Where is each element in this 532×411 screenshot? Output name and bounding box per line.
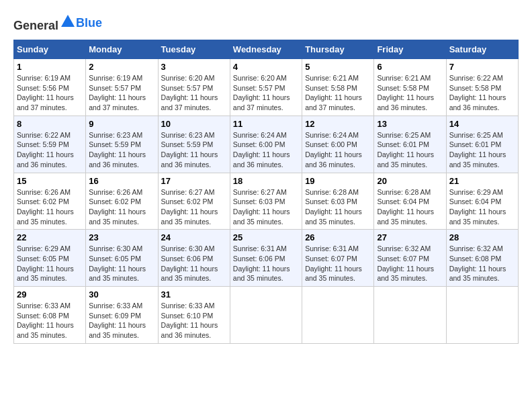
day-info: Sunrise: 6:19 AMSunset: 5:56 PMDaylight:…: [17, 73, 83, 113]
calendar-cell: 15 Sunrise: 6:26 AMSunset: 6:02 PMDaylig…: [14, 173, 86, 230]
day-number: 11: [233, 119, 299, 129]
day-info: Sunrise: 6:29 AMSunset: 6:04 PMDaylight:…: [449, 187, 515, 227]
calendar-cell: 31 Sunrise: 6:33 AMSunset: 6:10 PMDaylig…: [158, 287, 230, 344]
day-number: 21: [449, 176, 515, 186]
day-number: 30: [89, 289, 154, 300]
weekday-wednesday: Wednesday: [230, 40, 302, 59]
day-number: 25: [233, 232, 299, 242]
week-row-1: 1 Sunrise: 6:19 AMSunset: 5:56 PMDayligh…: [14, 59, 519, 116]
day-number: 12: [305, 119, 371, 129]
day-info: Sunrise: 6:20 AMSunset: 5:57 PMDaylight:…: [233, 73, 299, 113]
day-info: Sunrise: 6:31 AMSunset: 6:06 PMDaylight:…: [233, 244, 299, 283]
day-info: Sunrise: 6:32 AMSunset: 6:07 PMDaylight:…: [377, 244, 443, 283]
day-info: Sunrise: 6:22 AMSunset: 5:59 PMDaylight:…: [17, 130, 83, 170]
day-info: Sunrise: 6:24 AMSunset: 6:00 PMDaylight:…: [233, 130, 299, 170]
day-info: Sunrise: 6:19 AMSunset: 5:57 PMDaylight:…: [89, 73, 154, 113]
calendar-cell: 3 Sunrise: 6:20 AMSunset: 5:57 PMDayligh…: [158, 59, 230, 116]
day-number: 9: [89, 119, 154, 129]
day-number: 6: [377, 62, 443, 72]
weekday-thursday: Thursday: [302, 40, 374, 59]
logo-general: General: [13, 19, 58, 32]
day-info: Sunrise: 6:26 AMSunset: 6:02 PMDaylight:…: [17, 187, 83, 227]
calendar-cell: 5 Sunrise: 6:21 AMSunset: 5:58 PMDayligh…: [302, 59, 374, 116]
calendar-cell: 9 Sunrise: 6:23 AMSunset: 5:59 PMDayligh…: [86, 116, 158, 173]
day-number: 10: [161, 119, 227, 129]
day-info: Sunrise: 6:33 AMSunset: 6:10 PMDaylight:…: [161, 301, 227, 340]
day-number: 31: [161, 289, 227, 300]
day-number: 1: [17, 62, 83, 72]
week-row-4: 22 Sunrise: 6:29 AMSunset: 6:05 PMDaylig…: [14, 230, 519, 287]
calendar-cell: [446, 287, 518, 344]
week-row-3: 15 Sunrise: 6:26 AMSunset: 6:02 PMDaylig…: [14, 173, 519, 230]
day-number: 5: [305, 62, 371, 72]
day-number: 14: [449, 119, 515, 129]
calendar-cell: 24 Sunrise: 6:30 AMSunset: 6:06 PMDaylig…: [158, 230, 230, 287]
calendar-cell: [374, 287, 446, 344]
day-info: Sunrise: 6:25 AMSunset: 6:01 PMDaylight:…: [449, 130, 515, 170]
day-number: 15: [17, 176, 83, 186]
weekday-tuesday: Tuesday: [158, 40, 230, 59]
day-number: 7: [449, 62, 515, 72]
calendar-cell: [230, 287, 302, 344]
day-number: 23: [89, 232, 154, 242]
weekday-monday: Monday: [86, 40, 158, 59]
week-row-5: 29 Sunrise: 6:33 AMSunset: 6:08 PMDaylig…: [14, 287, 519, 344]
day-number: 19: [305, 176, 371, 186]
day-number: 16: [89, 176, 154, 186]
calendar-body: 1 Sunrise: 6:19 AMSunset: 5:56 PMDayligh…: [14, 59, 519, 344]
logo-blue: Blue: [76, 16, 102, 30]
calendar-cell: 29 Sunrise: 6:33 AMSunset: 6:08 PMDaylig…: [14, 287, 86, 344]
day-info: Sunrise: 6:29 AMSunset: 6:05 PMDaylight:…: [17, 244, 83, 283]
calendar-table: SundayMondayTuesdayWednesdayThursdayFrid…: [13, 40, 519, 344]
logo-icon: [60, 13, 76, 30]
calendar-cell: 22 Sunrise: 6:29 AMSunset: 6:05 PMDaylig…: [14, 230, 86, 287]
day-number: 17: [161, 176, 227, 186]
day-info: Sunrise: 6:23 AMSunset: 5:59 PMDaylight:…: [161, 130, 227, 170]
calendar-cell: [302, 287, 374, 344]
day-info: Sunrise: 6:21 AMSunset: 5:58 PMDaylight:…: [305, 73, 371, 113]
calendar-cell: 18 Sunrise: 6:27 AMSunset: 6:03 PMDaylig…: [230, 173, 302, 230]
day-info: Sunrise: 6:22 AMSunset: 5:58 PMDaylight:…: [449, 73, 515, 113]
calendar-cell: 16 Sunrise: 6:26 AMSunset: 6:02 PMDaylig…: [86, 173, 158, 230]
calendar-cell: 10 Sunrise: 6:23 AMSunset: 5:59 PMDaylig…: [158, 116, 230, 173]
weekday-friday: Friday: [374, 40, 446, 59]
day-number: 26: [305, 232, 371, 242]
weekday-sunday: Sunday: [14, 40, 86, 59]
page-header: General Blue: [13, 13, 519, 33]
calendar-cell: 27 Sunrise: 6:32 AMSunset: 6:07 PMDaylig…: [374, 230, 446, 287]
calendar-cell: 26 Sunrise: 6:31 AMSunset: 6:07 PMDaylig…: [302, 230, 374, 287]
week-row-2: 8 Sunrise: 6:22 AMSunset: 5:59 PMDayligh…: [14, 116, 519, 173]
day-info: Sunrise: 6:33 AMSunset: 6:09 PMDaylight:…: [89, 301, 154, 340]
calendar-cell: 28 Sunrise: 6:32 AMSunset: 6:08 PMDaylig…: [446, 230, 518, 287]
logo: General Blue: [13, 13, 102, 33]
day-number: 18: [233, 176, 299, 186]
day-info: Sunrise: 6:30 AMSunset: 6:05 PMDaylight:…: [89, 244, 154, 283]
day-info: Sunrise: 6:30 AMSunset: 6:06 PMDaylight:…: [161, 244, 227, 283]
day-info: Sunrise: 6:27 AMSunset: 6:03 PMDaylight:…: [233, 187, 299, 227]
calendar-cell: 12 Sunrise: 6:24 AMSunset: 6:00 PMDaylig…: [302, 116, 374, 173]
day-number: 20: [377, 176, 443, 186]
day-info: Sunrise: 6:20 AMSunset: 5:57 PMDaylight:…: [161, 73, 227, 113]
day-info: Sunrise: 6:23 AMSunset: 5:59 PMDaylight:…: [89, 130, 154, 170]
day-info: Sunrise: 6:21 AMSunset: 5:58 PMDaylight:…: [377, 73, 443, 113]
day-info: Sunrise: 6:33 AMSunset: 6:08 PMDaylight:…: [17, 301, 83, 340]
calendar-cell: 20 Sunrise: 6:28 AMSunset: 6:04 PMDaylig…: [374, 173, 446, 230]
calendar-cell: 8 Sunrise: 6:22 AMSunset: 5:59 PMDayligh…: [14, 116, 86, 173]
calendar-cell: 14 Sunrise: 6:25 AMSunset: 6:01 PMDaylig…: [446, 116, 518, 173]
day-info: Sunrise: 6:27 AMSunset: 6:02 PMDaylight:…: [161, 187, 227, 227]
svg-marker-0: [61, 15, 75, 27]
day-info: Sunrise: 6:31 AMSunset: 6:07 PMDaylight:…: [305, 244, 371, 283]
calendar-cell: 4 Sunrise: 6:20 AMSunset: 5:57 PMDayligh…: [230, 59, 302, 116]
weekday-header-row: SundayMondayTuesdayWednesdayThursdayFrid…: [14, 40, 519, 59]
calendar-cell: 17 Sunrise: 6:27 AMSunset: 6:02 PMDaylig…: [158, 173, 230, 230]
day-info: Sunrise: 6:32 AMSunset: 6:08 PMDaylight:…: [449, 244, 515, 283]
calendar-cell: 1 Sunrise: 6:19 AMSunset: 5:56 PMDayligh…: [14, 59, 86, 116]
day-number: 3: [161, 62, 227, 72]
day-number: 2: [89, 62, 154, 72]
day-info: Sunrise: 6:28 AMSunset: 6:03 PMDaylight:…: [305, 187, 371, 227]
day-info: Sunrise: 6:28 AMSunset: 6:04 PMDaylight:…: [377, 187, 443, 227]
calendar-cell: 19 Sunrise: 6:28 AMSunset: 6:03 PMDaylig…: [302, 173, 374, 230]
day-number: 27: [377, 232, 443, 242]
day-number: 4: [233, 62, 299, 72]
weekday-saturday: Saturday: [446, 40, 518, 59]
